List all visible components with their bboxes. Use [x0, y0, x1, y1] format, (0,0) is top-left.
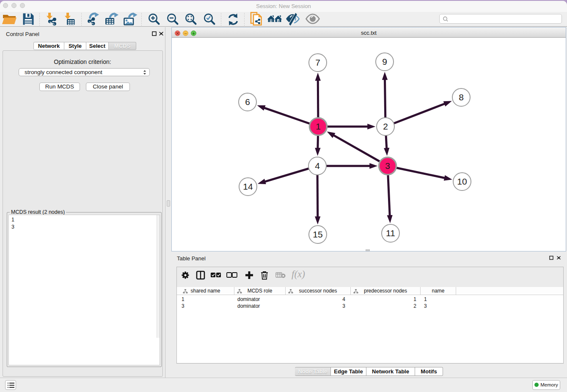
svg-text:11: 11 [386, 228, 395, 238]
svg-text:10: 10 [457, 177, 467, 186]
svg-text:3: 3 [385, 161, 390, 171]
svg-text:8: 8 [459, 92, 464, 102]
svg-text:4: 4 [315, 161, 320, 171]
svg-text:9: 9 [382, 57, 387, 66]
svg-text:7: 7 [315, 58, 320, 67]
svg-text:1: 1 [316, 121, 321, 131]
svg-text:6: 6 [245, 97, 250, 107]
svg-text:2: 2 [383, 121, 388, 131]
svg-text:15: 15 [313, 229, 322, 239]
svg-text:14: 14 [243, 182, 253, 191]
